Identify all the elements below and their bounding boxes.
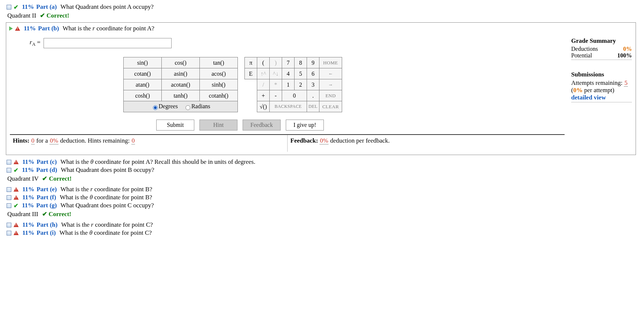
radians-radio[interactable]: Radians <box>184 103 210 109</box>
key-asin[interactable]: asin() <box>162 68 200 79</box>
function-table: sin() cos() tan() cotan() asin() acos() … <box>123 57 238 112</box>
key-1[interactable]: 1 <box>282 79 295 90</box>
key-5[interactable]: 5 <box>295 68 307 79</box>
key-right[interactable]: → <box>319 79 342 90</box>
key-2[interactable]: 2 <box>295 79 307 90</box>
part-f-question: What is the θ coordinate for point B? <box>60 194 152 201</box>
part-a-label: Part (a) <box>36 3 57 11</box>
key-plus[interactable]: + <box>257 90 270 101</box>
key-6[interactable]: 6 <box>307 68 319 79</box>
submissions-title: Submissions <box>571 71 632 78</box>
answer-input-row: rA = <box>30 38 565 48</box>
feedback-button[interactable]: Feedback <box>243 120 281 131</box>
key-end[interactable]: END <box>319 90 342 101</box>
part-d-label: Part (d) <box>36 166 57 174</box>
part-a-answer-row: Quadrant II ✔ Correct! <box>7 12 639 19</box>
key-9[interactable]: 9 <box>307 57 319 68</box>
key-0[interactable]: 0 <box>282 90 307 101</box>
part-b-pct: 11% <box>24 25 36 32</box>
collapse-icon[interactable] <box>7 231 11 235</box>
part-f-header: 11% Part (f) What is the θ coordinate fo… <box>7 193 639 201</box>
check-icon: ✔ <box>14 202 18 209</box>
giveup-button[interactable]: I give up! <box>286 120 324 131</box>
deductions-value: 0% <box>623 46 632 52</box>
part-d-answer-row: Quadrant IV ✔ Correct! <box>7 175 639 182</box>
grade-title: Grade Summary <box>571 37 632 45</box>
key-del[interactable]: DEL <box>307 101 319 112</box>
collapse-icon[interactable] <box>7 160 11 165</box>
key-sin[interactable]: sin() <box>124 57 162 68</box>
detailed-view-link[interactable]: detailed view <box>571 94 632 101</box>
warning-icon <box>14 195 19 200</box>
key-pi[interactable]: π <box>245 57 257 68</box>
part-a-question: What Quadrant does point A occupy? <box>60 3 153 11</box>
hint-button[interactable]: Hint <box>199 120 237 131</box>
per-attempt: (0% per attempt) <box>571 87 632 94</box>
warning-icon <box>14 160 19 164</box>
key-e[interactable]: E <box>245 68 257 79</box>
key-acos[interactable]: acos() <box>200 68 238 79</box>
part-i-question: What is the θ coordinate for point C? <box>59 229 151 237</box>
collapse-icon[interactable] <box>7 223 11 227</box>
part-c-header: 11% Part (c) What is the θ coordinate fo… <box>7 158 639 166</box>
part-c-question: What is the θ coordinate for point A? Re… <box>60 158 255 166</box>
collapse-icon[interactable] <box>7 203 11 208</box>
check-icon: ✔ <box>14 4 18 11</box>
warning-icon <box>15 26 20 31</box>
part-d-correct: ✔ Correct! <box>42 175 71 182</box>
key-4[interactable]: 4 <box>282 68 295 79</box>
key-clear[interactable]: CLEAR <box>319 101 342 112</box>
answer-input[interactable] <box>44 38 172 48</box>
part-d-answer: Quadrant IV <box>7 175 38 182</box>
degrees-radio[interactable]: Degrees <box>151 103 178 109</box>
warning-icon <box>14 223 19 227</box>
key-acotan[interactable]: acotan() <box>162 79 200 90</box>
key-up[interactable]: ↑^ <box>257 68 270 79</box>
deductions-label: Deductions <box>571 46 598 52</box>
key-left[interactable]: ← <box>319 68 342 79</box>
part-b-panel: 11% Part (b) What is the r coordinate fo… <box>6 22 636 155</box>
info-row: Hints: 0 for a 0% deduction. Hints remai… <box>10 134 565 152</box>
key-sqrt[interactable]: √() <box>257 101 270 112</box>
key-cotan[interactable]: cotan() <box>124 68 162 79</box>
key-cosh[interactable]: cosh() <box>124 90 162 101</box>
part-e-question: What is the r coordinate for point B? <box>60 186 152 193</box>
grade-sidebar: Grade Summary Deductions 0% Potential 10… <box>565 35 632 152</box>
part-b-label: Part (b) <box>38 25 59 32</box>
key-dot[interactable]: . <box>307 90 319 101</box>
part-e-pct: 11% <box>22 186 34 193</box>
attempts-remaining: Attempts remaining: 5 <box>571 79 632 87</box>
key-3[interactable]: 3 <box>307 79 319 90</box>
key-backspace[interactable]: BACKSPACE <box>270 101 307 112</box>
part-h-header: 11% Part (h) What is the r coordinate fo… <box>7 221 639 229</box>
key-minus[interactable]: - <box>270 90 282 101</box>
expand-icon[interactable] <box>9 26 13 31</box>
key-home[interactable]: HOME <box>319 57 342 68</box>
part-b-header: 11% Part (b) What is the r coordinate fo… <box>6 23 636 34</box>
key-sinh[interactable]: sinh() <box>200 79 238 90</box>
collapse-icon[interactable] <box>7 195 11 200</box>
key-cotanh[interactable]: cotanh() <box>200 90 238 101</box>
key-rparen[interactable]: ) <box>270 57 282 68</box>
key-lparen[interactable]: ( <box>257 57 270 68</box>
key-atan[interactable]: atan() <box>124 79 162 90</box>
part-d-pct: 11% <box>22 166 34 174</box>
key-slash[interactable]: / <box>257 79 270 90</box>
part-h-question: What is the r coordinate for point C? <box>61 221 153 229</box>
keypad-area: sin() cos() tan() cotan() asin() acos() … <box>123 57 565 112</box>
key-down[interactable]: ^↓ <box>270 68 282 79</box>
key-7[interactable]: 7 <box>282 57 295 68</box>
collapse-icon[interactable] <box>7 5 11 10</box>
key-star[interactable]: * <box>270 79 282 90</box>
key-cos[interactable]: cos() <box>162 57 200 68</box>
collapse-icon[interactable] <box>7 187 11 192</box>
key-8[interactable]: 8 <box>295 57 307 68</box>
action-row: Submit Hint Feedback I give up! <box>156 120 565 131</box>
collapse-icon[interactable] <box>7 168 11 173</box>
part-c-label: Part (c) <box>37 158 57 166</box>
check-icon: ✔ <box>14 167 18 174</box>
key-tanh[interactable]: tanh() <box>162 90 200 101</box>
submit-button[interactable]: Submit <box>156 120 194 131</box>
part-e-label: Part (e) <box>37 186 57 193</box>
key-tan[interactable]: tan() <box>200 57 238 68</box>
